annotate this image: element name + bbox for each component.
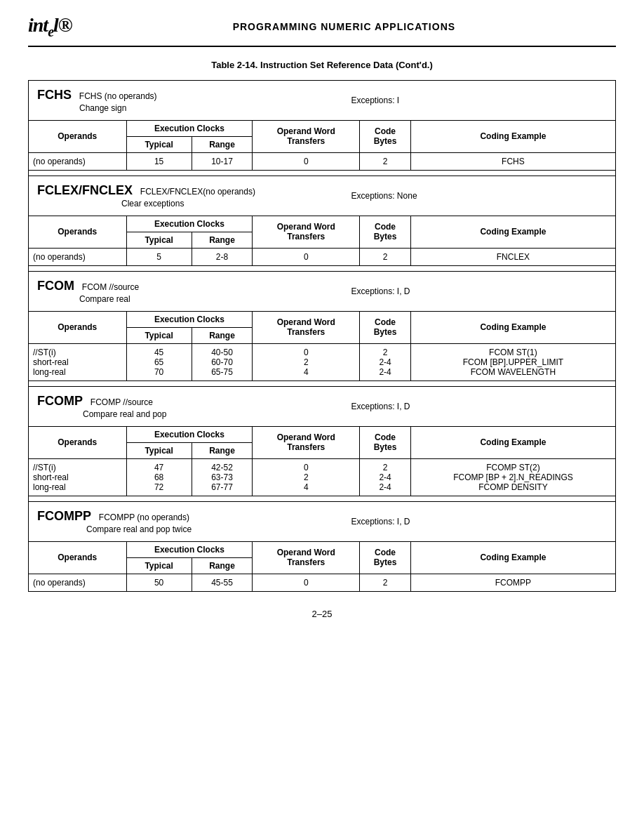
- fclex-typical-label: Typical: [126, 232, 192, 248]
- fchs-row-transfers: 0: [253, 152, 360, 170]
- fcompp-row-range: 45-55: [192, 574, 253, 591]
- fcompp-exceptions: Exceptions: I, D: [351, 517, 410, 527]
- fclex-data-row: (no operands) 5 2-8 0 2 FNCLEX: [29, 248, 616, 265]
- fclex-row-range: 2-8: [192, 248, 253, 265]
- fcom-row-typical: 45 65 70: [126, 343, 192, 380]
- fclex-col-header-row1: Operands Execution Clocks Operand Word T…: [29, 216, 616, 232]
- fclex-row-coding: FNCLEX: [410, 248, 615, 265]
- fcom-exec-clocks-label: Execution Clocks: [126, 311, 253, 327]
- fcompp-desc1: FCOMPP (no operands): [99, 512, 189, 522]
- fclex-row-typical: 5: [126, 248, 192, 265]
- fchs-name: FCHS: [37, 88, 72, 102]
- fcomp-row-range: 42-52 63-73 67-77: [192, 458, 253, 496]
- fcom-name: FCOM: [37, 279, 74, 293]
- fcompp-col-header-row1: Operands Execution Clocks Operand Word T…: [29, 541, 616, 557]
- fcomp-operands-label: Operands: [29, 426, 127, 458]
- spacer3: [29, 380, 616, 386]
- fclex-coding-example-label: Coding Example: [410, 216, 615, 248]
- fclex-exceptions: Exceptions: None: [351, 191, 417, 201]
- fchs-code-bytes-label: Code Bytes: [360, 120, 411, 152]
- fclex-row-operands: (no operands): [29, 248, 127, 265]
- fcomp-row-operands: //ST(i) short-real long-real: [29, 458, 127, 496]
- fcom-desc1: FCOM //source: [82, 282, 139, 292]
- fchs-desc1: FCHS (no operands): [79, 91, 157, 101]
- fcom-row-bytes: 2 2-4 2-4: [360, 343, 411, 380]
- fcomp-coding-example-label: Coding Example: [410, 426, 615, 458]
- fcompp-name: FCOMPP: [37, 509, 91, 523]
- fclex-operands-label: Operands: [29, 216, 127, 248]
- fcompp-row-transfers: 0: [253, 574, 360, 591]
- fcom-typical-label: Typical: [126, 327, 192, 343]
- fcompp-typical-label: Typical: [126, 557, 192, 574]
- fcompp-row-bytes: 2: [360, 574, 411, 591]
- fcomp-code-bytes-label: Code Bytes: [360, 426, 411, 458]
- fcom-row-transfers: 0 2 4: [253, 343, 360, 380]
- fcom-data-row: //ST(i) short-real long-real 45 65 70 40…: [29, 343, 616, 380]
- fcomp-row-bytes: 2 2-4 2-4: [360, 458, 411, 496]
- fcomp-desc1: FCOMP //source: [90, 397, 153, 407]
- fchs-exec-clocks-label: Execution Clocks: [126, 120, 253, 136]
- fchs-range-label: Range: [192, 136, 253, 152]
- main-table: FCHS FCHS (no operands) Change sign Exce…: [28, 80, 616, 592]
- fcompp-code-bytes-label: Code Bytes: [360, 541, 411, 574]
- page-title: Table 2-14. Instruction Set Reference Da…: [28, 60, 616, 70]
- fcom-code-bytes-label: Code Bytes: [360, 311, 411, 343]
- fchs-desc2: Change sign: [37, 103, 126, 113]
- fcomp-range-label: Range: [192, 442, 253, 458]
- fchs-row-typical: 15: [126, 152, 192, 170]
- page-footer: 2–25: [28, 609, 616, 619]
- fcompp-row-operands: (no operands): [29, 574, 127, 591]
- fcom-row-operands: //ST(i) short-real long-real: [29, 343, 127, 380]
- fcompp-desc2: Compare real and pop twice: [37, 524, 192, 534]
- fclex-exec-clocks-label: Execution Clocks: [126, 216, 253, 232]
- fchs-section-header: FCHS FCHS (no operands) Change sign Exce…: [29, 80, 616, 120]
- fcomp-exceptions: Exceptions: I, D: [351, 402, 410, 411]
- fchs-exceptions: Exceptions: I: [351, 95, 400, 105]
- fchs-col-header-row1: Operands Execution Clocks Operand Word T…: [29, 120, 616, 136]
- fchs-data-row: (no operands) 15 10-17 0 2 FCHS: [29, 152, 616, 170]
- fchs-coding-example-label: Coding Example: [410, 120, 615, 152]
- fclex-desc2: Clear exceptions: [37, 199, 184, 208]
- fclex-range-label: Range: [192, 232, 253, 248]
- fcompp-operand-word-label: Operand Word Transfers: [253, 541, 360, 574]
- fcomp-section-header: FCOMP FCOMP //source Compare real and po…: [29, 386, 616, 426]
- fcompp-section-header: FCOMPP FCOMPP (no operands) Compare real…: [29, 501, 616, 541]
- fclex-operand-word-label: Operand Word Transfers: [253, 216, 360, 248]
- fchs-row-range: 10-17: [192, 152, 253, 170]
- fchs-row-coding: FCHS: [410, 152, 615, 170]
- fcompp-exec-clocks-label: Execution Clocks: [126, 541, 253, 557]
- fcomp-data-row: //ST(i) short-real long-real 47 68 72 42…: [29, 458, 616, 496]
- fcompp-operands-label: Operands: [29, 541, 127, 574]
- fcom-exceptions: Exceptions: I, D: [351, 286, 410, 296]
- fcompp-data-row: (no operands) 50 45-55 0 2 FCOMPP: [29, 574, 616, 591]
- fcom-operands-label: Operands: [29, 311, 127, 343]
- fcom-desc2: Compare real: [37, 294, 130, 304]
- fclex-row-bytes: 2: [360, 248, 411, 265]
- fcomp-operand-word-label: Operand Word Transfers: [253, 426, 360, 458]
- fcom-coding-example-label: Coding Example: [410, 311, 615, 343]
- fcompp-range-label: Range: [192, 557, 253, 574]
- fcom-row-range: 40-50 60-70 65-75: [192, 343, 253, 380]
- fcom-row-coding: FCOM ST(1) FCOM [BP].UPPER_LIMIT FCOM WA…: [410, 343, 615, 380]
- fcompp-row-coding: FCOMPP: [410, 574, 615, 591]
- fclex-section-header: FCLEX/FNCLEX FCLEX/FNCLEX(no operands) C…: [29, 176, 616, 216]
- fcomp-row-transfers: 0 2 4: [253, 458, 360, 496]
- header-title: PROGRAMMING NUMERIC APPLICATIONS: [72, 21, 616, 32]
- spacer4: [29, 496, 616, 501]
- fcom-col-header-row1: Operands Execution Clocks Operand Word T…: [29, 311, 616, 327]
- page-header: intel® PROGRAMMING NUMERIC APPLICATIONS: [28, 14, 616, 47]
- fclex-desc1: FCLEX/FNCLEX(no operands): [140, 187, 255, 197]
- fcomp-name: FCOMP: [37, 394, 83, 408]
- fchs-row-operands: (no operands): [29, 152, 127, 170]
- fcomp-typical-label: Typical: [126, 442, 192, 458]
- fclex-row-transfers: 0: [253, 248, 360, 265]
- fcomp-desc2: Compare real and pop: [37, 409, 166, 419]
- intel-logo: intel®: [28, 14, 72, 40]
- fcomp-exec-clocks-label: Execution Clocks: [126, 426, 253, 442]
- fcom-section-header: FCOM FCOM //source Compare real Exceptio…: [29, 271, 616, 311]
- fcom-range-label: Range: [192, 327, 253, 343]
- fchs-row-bytes: 2: [360, 152, 411, 170]
- fcompp-row-typical: 50: [126, 574, 192, 591]
- fcom-operand-word-label: Operand Word Transfers: [253, 311, 360, 343]
- fclex-code-bytes-label: Code Bytes: [360, 216, 411, 248]
